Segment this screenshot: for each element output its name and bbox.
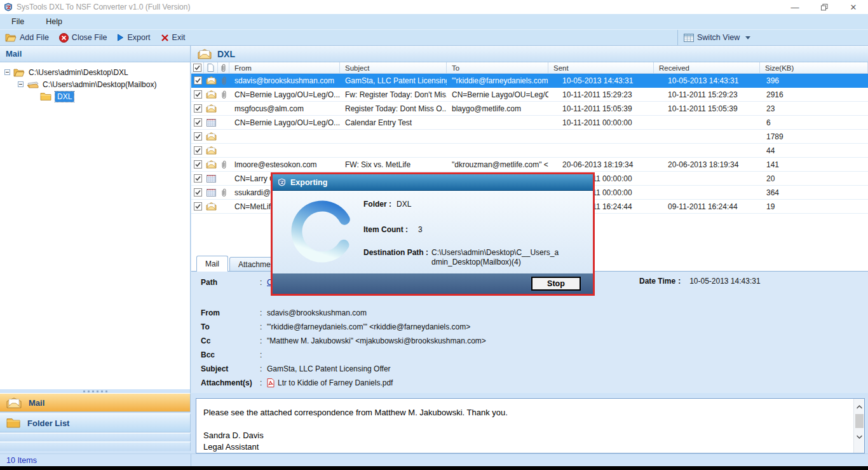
status-bar: 10 Items [0, 453, 868, 466]
item-type-column-icon[interactable] [204, 62, 218, 73]
cell-subject: FW: Six vs. MetLife [340, 158, 447, 171]
dialog-title: Exporting [290, 178, 327, 187]
cell-from: sdavis@brookskushman.com [229, 74, 340, 87]
tree-item-dxl-source[interactable]: C:\Users\admin\Desktop\DXL [0, 66, 190, 78]
table-row[interactable]: lmoore@estesokon.comFW: Six vs. MetLife"… [191, 158, 868, 172]
scroll-down-icon[interactable] [856, 431, 863, 442]
cell-to: "'rkiddie@farneydaniels.com'... [447, 74, 548, 87]
close-file-icon [59, 33, 69, 43]
exit-button[interactable]: Exit [161, 33, 186, 42]
table-row[interactable]: CN=Bernie Laygo/OU=Leg/O...Fw: Register … [191, 88, 868, 102]
column-header-subject[interactable]: Subject [340, 62, 447, 73]
envelope-icon [204, 158, 218, 171]
cell-subject [340, 130, 447, 143]
no-attachment [218, 130, 229, 143]
cell-size: 6 [760, 116, 868, 129]
calendar-icon [204, 116, 218, 129]
dialog-item-count-row: Item Count :3 [363, 225, 562, 235]
row-checkbox[interactable] [191, 74, 204, 87]
column-header-size[interactable]: Size(KB) [760, 62, 868, 73]
row-checkbox[interactable] [191, 158, 204, 171]
menu-file[interactable]: File [9, 16, 27, 27]
cell-sent [548, 130, 654, 143]
cell-received: 20-06-2013 18:19:34 [654, 158, 760, 171]
menu-help[interactable]: Help [43, 16, 65, 27]
cell-to [447, 116, 548, 129]
row-checkbox[interactable] [191, 130, 204, 143]
cell-size: 2916 [760, 88, 868, 101]
column-header-from[interactable]: From [229, 62, 340, 73]
current-folder-title: DXL [217, 49, 235, 59]
folder-tree: C:\Users\admin\Desktop\DXL C:\Users\admi… [0, 62, 191, 389]
scrollbar-thumb[interactable] [855, 414, 864, 428]
cell-size: 141 [760, 158, 868, 171]
column-header-received[interactable]: Received [654, 62, 760, 73]
row-checkbox[interactable] [191, 88, 204, 101]
switch-view-button[interactable]: Switch View [684, 33, 750, 42]
mailbox-icon [27, 80, 39, 89]
export-button[interactable]: Export [117, 33, 150, 42]
column-header-sent[interactable]: Sent [548, 62, 654, 73]
table-row[interactable]: sdavis@brookskushman.comGamSta, LLC Pate… [191, 74, 868, 88]
row-checkbox[interactable] [191, 144, 204, 157]
column-header-to[interactable]: To [447, 62, 548, 73]
progress-spinner [287, 195, 358, 271]
cell-sent: 10-11-2011 15:29:23 [548, 88, 654, 101]
nav-folder-list-button[interactable]: Folder List [0, 413, 191, 432]
dialog-folder-row: Folder :DXL [363, 200, 562, 209]
tree-item-mailbox[interactable]: C:\Users\admin\Desktop(Mailbox) [0, 78, 190, 90]
open-folder-icon [13, 68, 25, 77]
stop-button[interactable]: Stop [531, 277, 581, 291]
close-button[interactable]: ✕ [839, 0, 868, 14]
collapse-icon[interactable] [4, 69, 10, 75]
cell-from [229, 144, 340, 157]
cell-received: 09-11-2011 16:24:44 [654, 200, 760, 213]
date-time-row: Date Time : 10-05-2013 14:43:31 [639, 277, 761, 286]
scroll-up-icon[interactable] [856, 401, 863, 412]
cell-subject: Fw: Register Today: Don't Mis... [340, 88, 447, 101]
cell-from [229, 130, 340, 143]
row-checkbox[interactable] [191, 172, 204, 185]
no-attachment [218, 172, 229, 185]
cell-received [654, 172, 760, 185]
envelope-icon [6, 397, 22, 408]
dialog-destination-row: Destination Path :C:\Users\admin\Desktop… [363, 248, 562, 267]
cell-received: 10-05-2013 14:43:31 [654, 74, 760, 87]
table-row[interactable]: 1789 [191, 130, 868, 144]
tab-mail[interactable]: Mail [196, 256, 228, 272]
nav-mail-button[interactable]: Mail [0, 393, 191, 412]
chevron-down-icon [745, 36, 750, 39]
select-all-checkbox[interactable] [191, 62, 204, 73]
cell-size: 44 [760, 144, 868, 157]
restore-button[interactable] [810, 0, 839, 14]
paperclip-column-icon[interactable] [218, 62, 229, 73]
cell-from: lmoore@estesokon.com [229, 158, 340, 171]
menu-bar: File Help [0, 14, 868, 29]
tree-item-dxl-folder[interactable]: DXL [0, 90, 190, 102]
row-checkbox[interactable] [191, 102, 204, 115]
row-checkbox[interactable] [191, 186, 204, 199]
exporting-dialog: Exporting Folder :DXL [271, 172, 595, 296]
table-row[interactable]: msgfocus@alm.comRegister Today: Dont Mis… [191, 102, 868, 116]
nav-empty-bar [0, 432, 191, 441]
add-file-button[interactable]: Add File [5, 33, 49, 42]
row-checkbox[interactable] [191, 116, 204, 129]
collapse-icon[interactable] [18, 81, 24, 87]
table-row[interactable]: 44 [191, 144, 868, 158]
paperclip-icon [218, 158, 229, 171]
minimize-button[interactable]: — [780, 0, 810, 14]
cell-size: 20 [760, 172, 868, 185]
cell-sent: 20-06-2013 18:19:34 [548, 158, 654, 171]
close-file-button[interactable]: Close File [59, 33, 107, 43]
message-scrollbar[interactable] [853, 399, 864, 453]
cell-size: 396 [760, 74, 868, 87]
cell-to: blaygo@metlife.com [447, 102, 548, 115]
dialog-item-count-value: 3 [418, 225, 423, 234]
attachment-file-link[interactable]: Ltr to Kiddie of Farney Daniels.pdf [278, 378, 393, 387]
cell-sent [548, 144, 654, 157]
date-time-value: 10-05-2013 14:43:31 [689, 277, 760, 286]
cell-from: msgfocus@alm.com [229, 102, 340, 115]
table-row[interactable]: CN=Bernie Laygo/OU=Leg/O...Calendar Entr… [191, 116, 868, 130]
title-bar: SysTools DXL To NSF Converter v1.0 (Full… [0, 0, 868, 14]
row-checkbox[interactable] [191, 200, 204, 213]
